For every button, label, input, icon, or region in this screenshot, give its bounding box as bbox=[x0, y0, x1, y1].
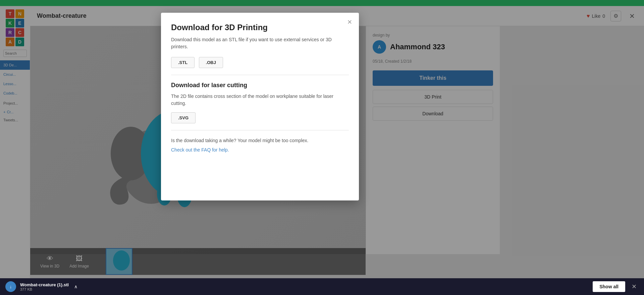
modal-divider-2 bbox=[171, 130, 349, 130]
download-bar-close-button[interactable]: ✕ bbox=[629, 282, 639, 291]
modal-divider-1 bbox=[171, 75, 349, 75]
download-arrow-icon: ↓ bbox=[10, 284, 12, 289]
format-buttons-laser-group: .SVG bbox=[171, 112, 349, 123]
help-note: Is the download taking a while? Your mod… bbox=[171, 137, 349, 144]
download-bar: ↓ Wombat-creature (1).stl 377 KB ∧ Show … bbox=[0, 278, 644, 295]
faq-link[interactable]: Check out the FAQ for help. bbox=[171, 147, 229, 153]
laser-section-desc: The 2D file contains cross section of th… bbox=[171, 93, 349, 107]
download-icon: ↓ bbox=[5, 281, 16, 292]
format-buttons-3d-group: .STL .OBJ bbox=[171, 57, 349, 68]
modal-close-button[interactable]: ✕ bbox=[345, 17, 354, 27]
obj-button[interactable]: .OBJ bbox=[199, 57, 223, 68]
modal-title: Download for 3D Printing bbox=[171, 23, 349, 32]
stl-button[interactable]: .STL bbox=[171, 57, 195, 68]
download-size: 377 KB bbox=[20, 287, 69, 291]
laser-section-title: Download for laser cutting bbox=[171, 82, 349, 89]
download-file-info: Wombat-creature (1).stl 377 KB bbox=[20, 282, 69, 291]
svg-button[interactable]: .SVG bbox=[171, 112, 196, 123]
download-filename: Wombat-creature (1).stl bbox=[20, 282, 69, 287]
show-all-button[interactable]: Show all bbox=[593, 281, 625, 292]
chevron-up-icon[interactable]: ∧ bbox=[74, 284, 77, 289]
modal-subtitle: Download this model as an STL file if yo… bbox=[171, 36, 349, 50]
download-modal: ✕ Download for 3D Printing Download this… bbox=[161, 13, 359, 200]
